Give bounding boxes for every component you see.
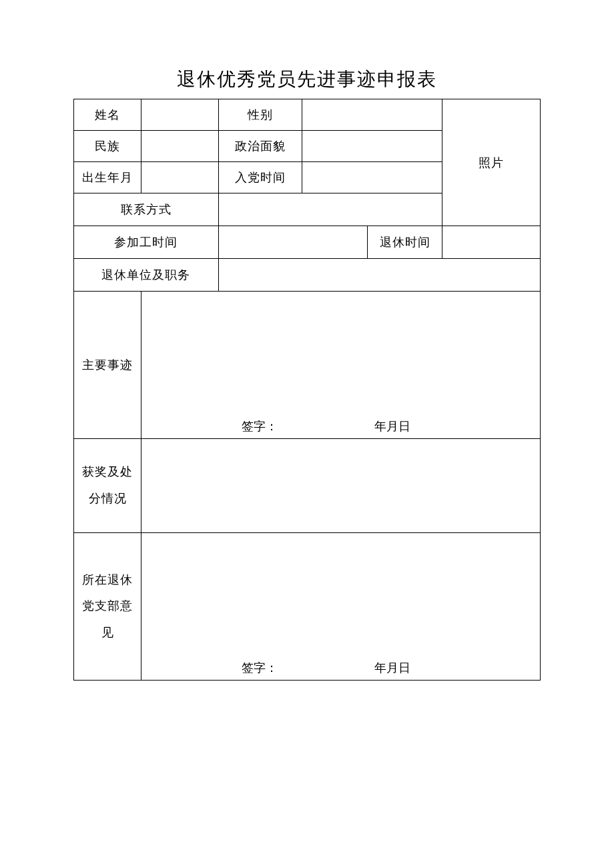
photo-cell: 照片 <box>442 99 541 226</box>
branch-signature-line: 签字： 年月日 <box>141 660 540 676</box>
value-awards <box>141 439 541 533</box>
label-ethnicity: 民族 <box>74 131 141 162</box>
page-title: 退休优秀党员先进事迹申报表 <box>73 67 541 92</box>
value-deeds: 签字： 年月日 <box>141 292 541 439</box>
signature-label-2: 签字： <box>242 661 278 675</box>
value-gender <box>302 99 442 131</box>
label-retire-unit: 退休单位及职务 <box>74 259 219 292</box>
label-branch-opinion: 所在退休党支部意见 <box>74 533 141 681</box>
value-branch-opinion: 签字： 年月日 <box>141 533 541 681</box>
value-retire-time <box>442 226 541 259</box>
signature-date-2: 年月日 <box>374 660 410 676</box>
value-join-party <box>302 162 442 193</box>
signature-label: 签字： <box>242 420 278 433</box>
deeds-signature-line: 签字： 年月日 <box>141 418 540 434</box>
application-form-table: 姓名 性别 照片 民族 政治面貌 出生年月 入党时间 联系方式 参加工时间 <box>73 99 541 681</box>
value-retire-unit <box>218 259 540 292</box>
label-contact: 联系方式 <box>74 193 219 226</box>
label-gender: 性别 <box>218 99 302 131</box>
label-work-start: 参加工时间 <box>74 226 219 259</box>
label-awards: 获奖及处分情况 <box>74 439 141 533</box>
label-political: 政治面貌 <box>218 131 302 162</box>
value-name <box>141 99 218 131</box>
label-join-party: 入党时间 <box>218 162 302 193</box>
label-retire-time: 退休时间 <box>368 226 442 259</box>
value-birth <box>141 162 218 193</box>
value-work-start <box>218 226 368 259</box>
value-political <box>302 131 442 162</box>
label-birth: 出生年月 <box>74 162 141 193</box>
value-ethnicity <box>141 131 218 162</box>
signature-date: 年月日 <box>374 418 410 434</box>
label-deeds: 主要事迹 <box>74 292 141 439</box>
label-name: 姓名 <box>74 99 141 131</box>
value-contact <box>218 193 442 226</box>
